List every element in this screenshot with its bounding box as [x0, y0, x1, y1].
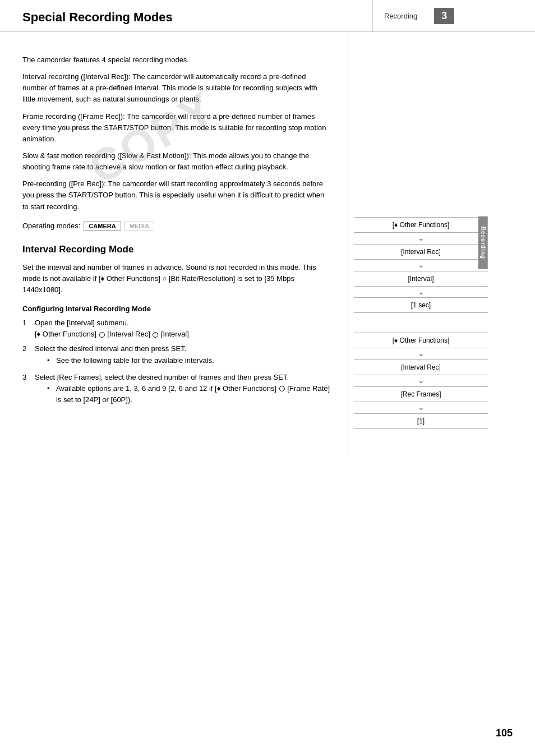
step-1-sub: [♦ Other Functions] [Interval Rec] [Inte… [35, 330, 189, 338]
menu-item-2-2: [Interval Rec] [354, 359, 488, 375]
right-column: [♦ Other Functions] ⌄ [Interval Rec] ⌄ [… [348, 32, 494, 454]
intro-para-4: Slow & fast motion recording ([Slow & Fa… [22, 150, 331, 173]
config-heading: Configuring Interval Recording Mode [22, 305, 331, 313]
arrow-1-2: ⌄ [354, 259, 488, 271]
step-2-text: Select the desired interval and then pre… [35, 344, 186, 353]
interval-description: Set the interval and number of frames in… [22, 262, 331, 296]
main-content: The camcorder features 4 special recordi… [0, 32, 535, 454]
interval-section-heading: Interval Recording Mode [22, 244, 331, 255]
media-mode-badge: MEDIA [124, 222, 154, 231]
arrow-2-1: ⌄ [354, 348, 488, 359]
intro-para-5: Pre-recording ([Pre Rec]): The camcorder… [22, 178, 331, 212]
steps-list: 1 Open the [Interval] submenu. [♦ Other … [22, 317, 331, 408]
step-3-text: Select [Rec Frames], select the desired … [35, 373, 289, 381]
footer-page-number: 105 [496, 727, 513, 739]
menu-item-1-1: [♦ Other Functions] [354, 217, 488, 233]
step-2: 2 Select the desired interval and then p… [22, 343, 331, 368]
menu-item-1-2: [Interval Rec] [354, 244, 488, 260]
page: Special Recording Modes Recording 3 COPY… [0, 0, 535, 756]
step-2-bullet-1: See the following table for the availabl… [47, 355, 214, 366]
operating-modes: Operating modes: CAMERA MEDIA [22, 222, 331, 231]
section-label: Recording [384, 12, 417, 20]
menu-group-2: [♦ Other Functions] ⌄ [Interval Rec] ⌄ [… [354, 333, 488, 428]
menu-item-2-4: [1] [354, 413, 488, 429]
menu-item-1-4: [1 sec] [354, 297, 488, 313]
arrow-2-3: ⌄ [354, 402, 488, 413]
left-column: The camcorder features 4 special recordi… [0, 32, 348, 454]
step-1: 1 Open the [Interval] submenu. [♦ Other … [22, 317, 331, 340]
menu-group-1: [♦ Other Functions] ⌄ [Interval Rec] ⌄ [… [354, 217, 488, 313]
menu-item-2-1: [♦ Other Functions] [354, 333, 488, 348]
header-right: Recording 3 [372, 0, 518, 31]
sidebar-tab: Recording [478, 216, 487, 269]
step-3: 3 Select [Rec Frames], select the desire… [22, 372, 331, 408]
menu-flow-1: [♦ Other Functions] ⌄ [Interval Rec] ⌄ [… [348, 32, 494, 454]
page-title: Special Recording Modes [22, 0, 372, 31]
step-3-bullet-1: Available options are 1, 3, 6 and 9 (2, … [47, 383, 331, 405]
intro-para-1: The camcorder features 4 special recordi… [22, 54, 331, 66]
arrow-1-3: ⌄ [354, 286, 488, 298]
menu-item-1-3: [Interval] [354, 271, 488, 287]
page-number-badge: 3 [434, 8, 454, 24]
operating-modes-label: Operating modes: [22, 222, 80, 230]
header: Special Recording Modes Recording 3 [0, 0, 535, 32]
intro-para-3: Frame recording ([Frame Rec]): The camco… [22, 111, 331, 145]
camera-mode-badge: CAMERA [84, 222, 121, 231]
step-1-text: Open the [Interval] submenu. [35, 319, 129, 327]
intro-para-2: Interval recording ([Interval Rec]): The… [22, 71, 331, 105]
intro-section: The camcorder features 4 special recordi… [22, 54, 331, 213]
menu-item-2-3: [Rec Frames] [354, 386, 488, 402]
arrow-2-2: ⌄ [354, 375, 488, 386]
arrow-1-1: ⌄ [354, 232, 488, 244]
